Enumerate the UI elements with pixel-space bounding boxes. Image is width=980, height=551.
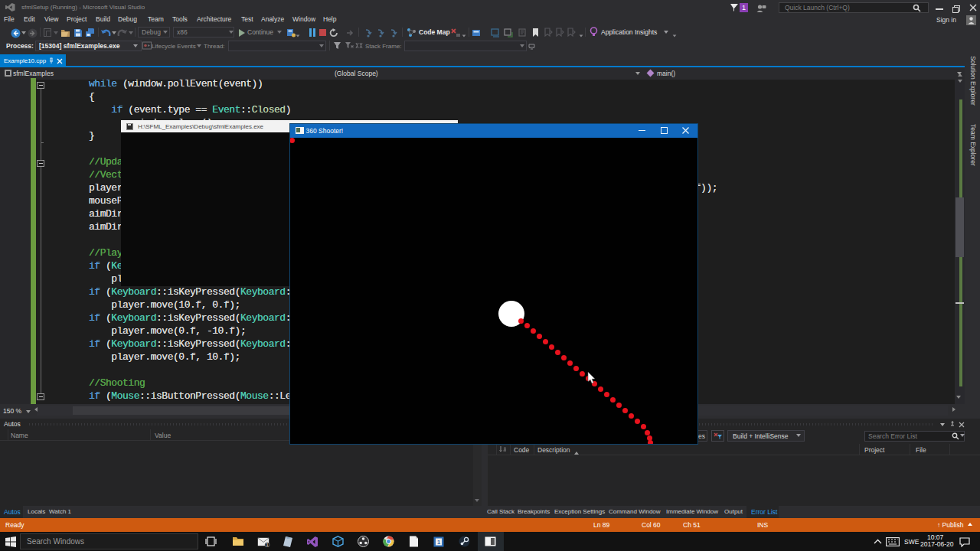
svg-text:1: 1: [437, 539, 440, 546]
svg-text:1: 1: [266, 543, 268, 547]
